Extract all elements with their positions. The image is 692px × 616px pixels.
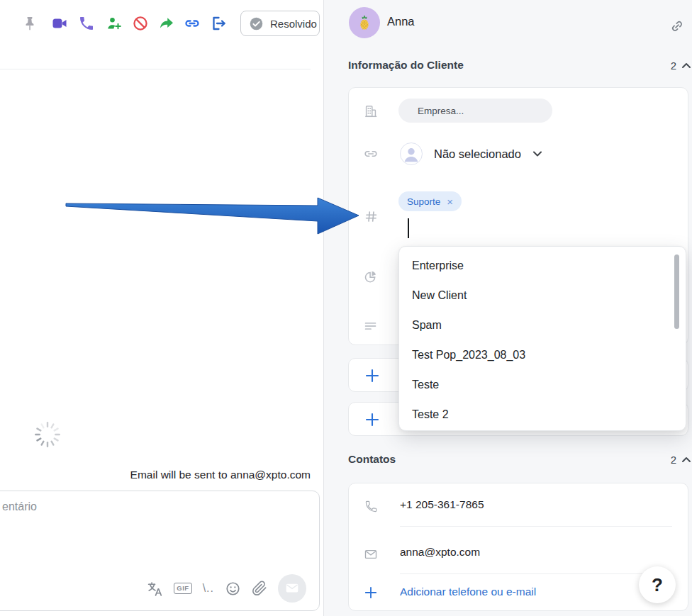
comment-placeholder: entário xyxy=(2,500,37,513)
avatar[interactable] xyxy=(349,7,380,38)
company-input[interactable]: Empresa... xyxy=(398,99,552,123)
add-participant-button[interactable] xyxy=(105,14,123,33)
pin-button[interactable] xyxy=(21,14,39,33)
phone-icon xyxy=(78,15,95,32)
tag-suporte[interactable]: Suporte × xyxy=(398,191,462,211)
plus-icon xyxy=(365,369,379,386)
phone-value[interactable]: +1 205-361-7865 xyxy=(400,498,484,511)
contact-name: Anna xyxy=(387,15,415,28)
app-window: Resolvido xyxy=(0,0,692,616)
profile-link-button[interactable] xyxy=(667,17,687,37)
dropdown-item[interactable]: Teste 2 xyxy=(399,400,686,430)
pineapple-icon xyxy=(355,13,374,32)
contacts-collapse-button[interactable] xyxy=(681,456,691,463)
responsible-link-icon xyxy=(363,146,379,162)
dropdown-item[interactable]: Test Pop_2023_08_03 xyxy=(399,340,686,370)
contact-panel: Anna Informação do Cliente 2 Empresa... xyxy=(323,0,692,616)
email-contact-icon xyxy=(363,547,379,562)
forward-button[interactable] xyxy=(157,14,176,33)
link-icon xyxy=(184,15,201,32)
person-avatar-icon xyxy=(400,142,423,165)
company-placeholder: Empresa... xyxy=(418,106,464,116)
gif-icon: GIF xyxy=(174,583,191,594)
contacts-title: Contatos xyxy=(348,453,396,466)
email-value[interactable]: anna@xpto.com xyxy=(400,546,480,559)
attachment-button[interactable] xyxy=(252,581,267,596)
send-envelope-icon xyxy=(285,581,299,595)
dropdown-item[interactable]: Spam xyxy=(399,310,686,340)
chevron-up-icon xyxy=(681,62,691,69)
block-icon xyxy=(132,15,149,32)
snippet-button[interactable]: \.. xyxy=(203,582,214,595)
sign-out-button[interactable] xyxy=(209,14,228,33)
emoji-button[interactable] xyxy=(225,581,241,597)
phone-contact-icon xyxy=(363,498,379,514)
email-notice: Email will be sent to anna@xpto.com xyxy=(0,469,311,481)
resolve-label: Resolvido xyxy=(270,18,317,30)
person-add-icon xyxy=(106,15,123,32)
forward-arrow-icon xyxy=(158,15,175,32)
contacts-card: +1 205-361-7865 anna@xpto.com Adicionar … xyxy=(348,483,688,611)
dropdown-item[interactable]: Enterprise xyxy=(399,251,686,281)
dropdown-scrollbar[interactable] xyxy=(674,254,679,329)
spinner-icon xyxy=(32,419,63,450)
emoji-icon xyxy=(225,581,241,597)
chain-link-icon xyxy=(669,18,685,34)
gif-button[interactable]: GIF xyxy=(174,583,191,594)
list-lines-icon xyxy=(363,318,379,334)
add-contact-button[interactable]: Adicionar telefone ou e-mail xyxy=(400,586,536,598)
tag-remove-icon[interactable]: × xyxy=(447,196,453,207)
resolve-button[interactable]: Resolvido xyxy=(240,11,320,36)
tags-icon xyxy=(363,208,379,224)
client-info-collapse-button[interactable] xyxy=(681,62,691,69)
translate-icon xyxy=(147,581,163,597)
contacts-header: Contatos 2 xyxy=(348,451,691,468)
dropdown-item[interactable]: New Client xyxy=(399,281,686,310)
plus-icon xyxy=(365,413,379,430)
voice-call-button[interactable] xyxy=(77,14,96,33)
chevron-up-icon xyxy=(681,456,691,463)
check-circle-icon xyxy=(249,16,264,31)
toolbar-divider xyxy=(0,69,311,69)
video-camera-icon xyxy=(51,15,68,32)
copy-link-button[interactable] xyxy=(183,14,201,33)
client-info-count: 2 xyxy=(671,60,676,72)
divider xyxy=(400,573,672,574)
loading-spinner xyxy=(32,419,63,453)
tag-label: Suporte xyxy=(407,196,440,207)
client-info-title: Informação do Cliente xyxy=(348,59,464,72)
video-call-button[interactable] xyxy=(50,14,69,33)
tag-dropdown: Enterprise New Client Spam Test Pop_2023… xyxy=(398,246,686,431)
comment-box[interactable]: entário GIF \.. xyxy=(0,491,320,611)
divider xyxy=(400,526,672,527)
contacts-count: 2 xyxy=(671,454,676,466)
help-button[interactable]: ? xyxy=(639,566,676,603)
client-info-header: Informação do Cliente 2 xyxy=(348,57,691,74)
composer-toolbar: GIF \.. xyxy=(147,574,306,603)
company-icon xyxy=(363,103,379,119)
dropdown-item[interactable]: Teste xyxy=(399,370,686,400)
responsible-value: Não selecionado xyxy=(434,147,521,161)
conversation-pane: Resolvido xyxy=(0,0,323,616)
add-contact-plus-icon xyxy=(363,585,379,600)
pin-icon xyxy=(21,15,38,32)
chevron-down-icon xyxy=(532,149,542,159)
sign-out-icon xyxy=(210,15,227,32)
tag-input-cursor xyxy=(408,218,409,238)
responsible-select[interactable]: Não selecionado xyxy=(400,142,542,165)
paperclip-icon xyxy=(252,581,267,596)
translate-button[interactable] xyxy=(147,581,163,597)
send-email-button[interactable] xyxy=(278,574,306,603)
snippet-icon: \.. xyxy=(203,582,214,595)
block-button[interactable] xyxy=(131,14,150,33)
pie-chart-icon xyxy=(363,269,379,284)
